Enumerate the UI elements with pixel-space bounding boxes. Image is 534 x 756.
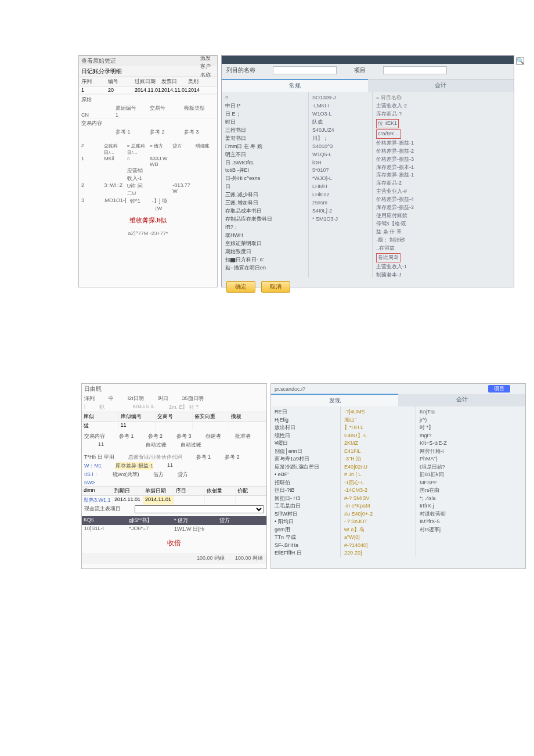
account-picker-window: 列目的名称 项目 常规 会计 # 申日 t*日 E；时日三推书日姜哥书日□mm日… (221, 55, 514, 287)
grid-row[interactable]: 120 2014.11.012014.11.01 2014 (79, 87, 217, 94)
tab-accounting[interactable]: 会计 (368, 79, 514, 92)
filter-input-1[interactable] (273, 66, 337, 74)
filter-input-2[interactable] (383, 66, 447, 74)
list-col-3[interactable]: KnjTIajr^)时 *】mgr?Kft=S-ttiE-Z网劳什相-IPhMA… (416, 406, 525, 557)
line-row[interactable]: 1MKii○a33J.W WB (79, 156, 217, 167)
table-header: 库似库似编号 交商号催安向重 摸板 (82, 412, 266, 422)
dark-header-bar: KQsg]iS""书】 * 借万贷方 (82, 516, 266, 525)
chip-project[interactable]: 项目 (488, 385, 510, 393)
txn-section: 交易内容 (79, 118, 217, 128)
origin-row: CN1 (79, 112, 217, 118)
account-picker-window-2: pr.scandoc.i? 项目 发现 会计 RE日HjEfig放出村日综性日¥… (270, 383, 526, 569)
grid-header: 序列编号 过账日期发票日 类别 (79, 77, 217, 87)
tree-col-mid: SO1309-J-LMKI-IW1O3-L队成S40JUZ4川】；S4010^3… (309, 92, 373, 278)
banner-label: 查看原始凭证 (79, 56, 217, 66)
footer-code: aZ]^77M -23+77* (79, 228, 217, 241)
journal-entry-window: 查看原始凭证 日记账分录明细 序列编号 过账日期发票日 类别 120 2014.… (78, 55, 218, 287)
tab-common[interactable]: 常规 (222, 79, 368, 92)
line-row[interactable]: 23=WI=ZU许 问二U-813.77 W (79, 182, 217, 197)
tab-accounting[interactable]: 会计 (398, 394, 525, 406)
red-stamp-text: 收倍 (82, 534, 266, 553)
red-stamp-text: 维收菁探Jt似 (79, 213, 217, 228)
origin-section: 原始 (79, 94, 217, 105)
totals-bar: 100.00 码嶂100.00 网嶂 (82, 553, 266, 564)
table-row[interactable]: 猛11 (82, 422, 266, 430)
search-icon[interactable]: 🔍 (516, 57, 524, 65)
tree-col-right[interactable]: = 科目名称 主营业收入-2库存商品-?位 iIEK1cra/BR…价格差异-损… (373, 92, 514, 278)
cancel-button[interactable]: 取消 (261, 281, 290, 293)
list-col-1[interactable]: RE日HjEfig放出村日综性日¥曜日别值│enn日商与寿1a9村日应发冷跟i.… (271, 406, 341, 557)
window-title: 日由瓶 (82, 384, 266, 394)
tree-col-left[interactable]: # 申日 t*日 E；时日三推书日姜哥书日□mm日 在 寿 购明主不日 日 .S… (222, 92, 309, 278)
cashflow-select[interactable] (135, 505, 264, 513)
list-col-2: -?]4UMS湖山"】*HH LE4nU】-L2KMZE41FiL-3"H 泊E… (341, 406, 416, 557)
line-row[interactable]: 3.MO1O1-]钞^1-】] 项（W (79, 197, 217, 213)
tab-common[interactable]: 发现 (271, 394, 398, 406)
filter-label-2: 项目 (354, 66, 366, 74)
ok-button[interactable]: 确定 (226, 281, 255, 293)
document-detail-window: 日由瓶 泽列中 i2t日明叫日 35面日明 |犯 K04.L5 IL 2m. E… (81, 383, 267, 569)
filter-label: 列目的名称 (226, 66, 255, 74)
side-labels: 激发客户名称 (200, 54, 211, 79)
titlebar (222, 56, 514, 64)
subtitle: pr.scandoc.i? (275, 386, 305, 392)
line-row[interactable]: 应营销收入-1 (79, 167, 217, 182)
journal-tab[interactable]: 日记账分录明细 (79, 66, 217, 77)
